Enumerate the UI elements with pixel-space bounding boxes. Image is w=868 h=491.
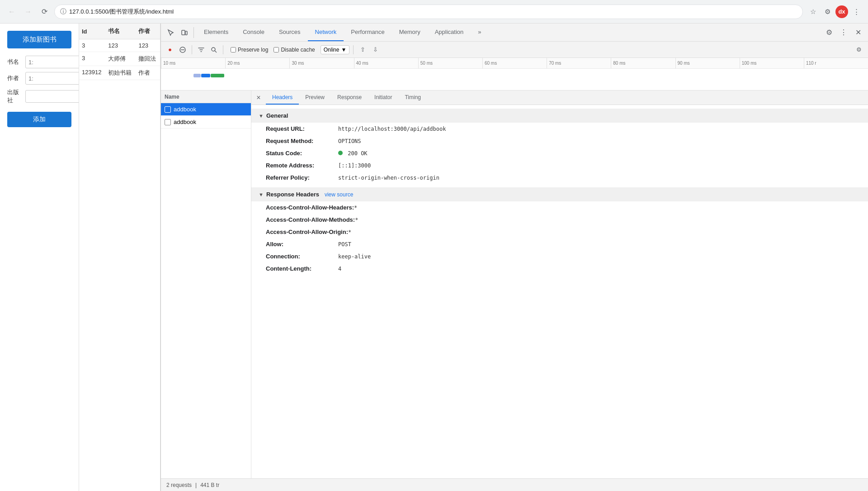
remote-address-key: Remote Address:: [266, 162, 338, 169]
tick-110ms: 110 r: [804, 58, 868, 68]
filter-button[interactable]: [196, 44, 207, 55]
input-author[interactable]: [25, 72, 79, 85]
svg-rect-1: [185, 31, 187, 35]
detail-tab-timing[interactable]: Timing: [398, 91, 427, 105]
referrer-policy-value: strict-origin-when-cross-origin: [338, 175, 439, 181]
col-author: 作者: [136, 24, 160, 39]
devtools-more-button[interactable]: ⋮: [837, 26, 850, 39]
download-button[interactable]: ⇩: [370, 44, 381, 55]
detail-panel: × Headers Preview Response Initiator Tim…: [251, 91, 868, 478]
request-method-key: Request Method:: [266, 138, 338, 144]
rh-key: Access-Control-Allow-Origin:: [266, 229, 348, 235]
data-table: Id 书名 作者 31231233大师傅撤回法123912初始书籍作者: [79, 24, 160, 80]
general-arrow-icon: ▼: [259, 113, 264, 119]
devtools-close-button[interactable]: ✕: [852, 26, 864, 39]
request-list: Name addbook addbook: [161, 91, 251, 478]
tab-application[interactable]: Application: [428, 24, 471, 41]
rh-key: Allow:: [266, 241, 338, 248]
tick-100ms: 100 ms: [740, 58, 804, 68]
browser-chrome: ← → ⟳ ⓘ 127.0.0.1:5500/图书管理系统/index.html…: [0, 0, 868, 24]
response-header-row: Content-Length:4: [251, 262, 868, 275]
form-row-name: 书名: [7, 56, 71, 68]
rh-key: Access-Control-Allow-Headers:: [266, 204, 354, 211]
network-footer: 2 requests | 441 B tr: [161, 478, 868, 491]
disable-cache-check[interactable]: [274, 47, 279, 52]
lock-icon: ⓘ: [60, 8, 66, 16]
table-row[interactable]: 3123123: [79, 39, 160, 52]
request-method-row: Request Method: OPTIONS: [251, 135, 868, 147]
general-section-label: General: [266, 112, 288, 119]
chevron-down-icon: ▼: [341, 47, 346, 53]
response-header-row: Access-Control-Allow-Origin:*: [251, 226, 868, 238]
detail-tab-response[interactable]: Response: [331, 91, 368, 105]
upload-button[interactable]: ⇧: [357, 44, 368, 55]
request-name-2: addbook: [174, 119, 196, 125]
app-add-book-button[interactable]: 添加新图书: [7, 31, 71, 48]
svg-line-5: [215, 51, 217, 52]
devtools-settings-button[interactable]: ⚙: [823, 26, 835, 39]
address-bar[interactable]: ⓘ 127.0.0.1:5500/图书管理系统/index.html: [54, 5, 803, 19]
detail-close-button[interactable]: ×: [251, 91, 266, 105]
avatar-button[interactable]: dx: [835, 5, 848, 18]
refresh-button[interactable]: ⟳: [38, 5, 51, 18]
throttle-selector[interactable]: Online ▼: [321, 45, 350, 54]
tab-console[interactable]: Console: [236, 24, 272, 41]
inspect-element-button[interactable]: [165, 26, 177, 39]
request-icon-2: [165, 119, 171, 125]
record-button[interactable]: ●: [165, 44, 175, 55]
status-green-dot: [338, 151, 343, 155]
menu-button[interactable]: ⋮: [850, 5, 863, 18]
detail-content: ▼ General Request URL: http://localhost:…: [251, 105, 868, 278]
tab-performance[interactable]: Performance: [344, 24, 392, 41]
tab-elements[interactable]: Elements: [197, 24, 236, 41]
referrer-policy-row: Referrer Policy: strict-origin-when-cros…: [251, 172, 868, 184]
bookmark-button[interactable]: ☆: [807, 5, 819, 18]
detail-tab-initiator[interactable]: Initiator: [368, 91, 398, 105]
request-icon-1: [165, 106, 171, 113]
tab-more[interactable]: »: [471, 24, 488, 41]
label-name: 书名: [7, 58, 24, 66]
form-row-publisher: 出版社: [7, 88, 71, 105]
tick-10ms: 10 ms: [161, 58, 225, 68]
clear-button[interactable]: [177, 44, 188, 55]
preserve-log-checkbox[interactable]: Preserve log: [231, 47, 268, 53]
network-settings-button[interactable]: ⚙: [854, 44, 864, 55]
preserve-log-check[interactable]: [231, 47, 236, 52]
app-submit-button[interactable]: 添加: [7, 112, 71, 127]
referrer-policy-key: Referrer Policy:: [266, 174, 338, 181]
detail-tab-headers[interactable]: Headers: [266, 91, 299, 105]
toolbar-separator-1: [193, 27, 194, 38]
request-item-1[interactable]: addbook: [161, 103, 251, 116]
input-publisher[interactable]: [25, 90, 79, 103]
search-button[interactable]: [208, 44, 219, 55]
tick-50ms: 50 ms: [418, 58, 482, 68]
table-row[interactable]: 3大师傅撤回法: [79, 52, 160, 66]
response-header-row: Connection:keep-alive: [251, 250, 868, 262]
response-header-row: Access-Control-Allow-Methods:*: [251, 214, 868, 226]
col-name: 书名: [105, 24, 136, 39]
disable-cache-checkbox[interactable]: Disable cache: [274, 47, 315, 53]
table-area: Id 书名 作者 31231233大师傅撤回法123912初始书籍作者: [79, 24, 160, 491]
forward-button[interactable]: →: [22, 5, 34, 18]
view-source-link[interactable]: view source: [325, 191, 353, 198]
request-item-2[interactable]: addbook: [161, 116, 251, 129]
tab-network[interactable]: Network: [308, 24, 344, 41]
timeline-bars: [161, 69, 868, 91]
extensions-button[interactable]: ⚙: [821, 5, 834, 18]
table-row[interactable]: 123912初始书籍作者: [79, 66, 160, 80]
device-toolbar-button[interactable]: [178, 26, 191, 39]
detail-tab-preview[interactable]: Preview: [299, 91, 331, 105]
devtools-tab-bar: Elements Console Sources Network Perform…: [161, 24, 868, 42]
tab-memory[interactable]: Memory: [392, 24, 428, 41]
timeline-ruler: 10 ms 20 ms 30 ms 40 ms 50 ms 60 ms 70 m…: [161, 58, 868, 69]
tick-90ms: 90 ms: [675, 58, 740, 68]
input-name[interactable]: [25, 56, 79, 68]
request-method-value: OPTIONS: [338, 138, 361, 144]
status-code-key: Status Code:: [266, 150, 338, 157]
back-button[interactable]: ←: [5, 5, 18, 18]
response-headers-section-header[interactable]: ▼ Response Headers view source: [251, 187, 868, 201]
rh-key: Content-Length:: [266, 265, 338, 272]
general-section-header[interactable]: ▼ General: [251, 109, 868, 123]
tab-sources[interactable]: Sources: [272, 24, 308, 41]
devtools-panel: Elements Console Sources Network Perform…: [160, 24, 868, 491]
